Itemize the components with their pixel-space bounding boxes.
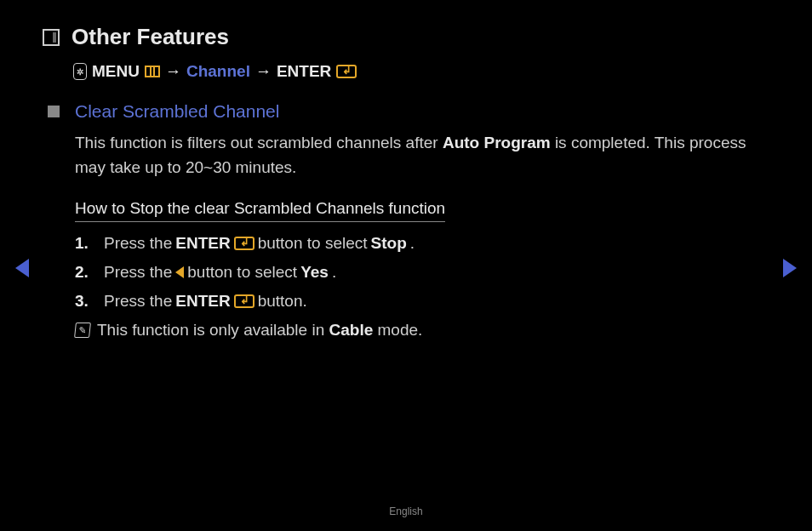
breadcrumb: ✲ MENU → Channel → ENTER bbox=[73, 62, 769, 81]
arrow-icon: → bbox=[255, 62, 272, 81]
breadcrumb-enter: ENTER bbox=[277, 62, 331, 81]
left-arrow-icon bbox=[175, 266, 184, 278]
chevron-right-icon bbox=[783, 259, 797, 277]
menu-grid-icon bbox=[145, 66, 160, 77]
breadcrumb-channel: Channel bbox=[186, 62, 250, 81]
breadcrumb-menu: MENU bbox=[92, 62, 140, 81]
enter-icon bbox=[336, 65, 357, 78]
prev-page-button[interactable] bbox=[15, 259, 29, 277]
arrow-icon: → bbox=[165, 62, 181, 81]
steps-list: 1. Press the ENTER button to select Stop… bbox=[75, 234, 769, 311]
remote-icon: ✲ bbox=[73, 63, 87, 80]
square-bullet-icon bbox=[48, 106, 60, 117]
note-icon: ✎ bbox=[74, 323, 91, 338]
subheading: How to Stop the clear Scrambled Channels… bbox=[75, 199, 445, 222]
step-3: 3. Press the ENTER button. bbox=[75, 292, 769, 311]
book-icon bbox=[43, 29, 60, 46]
footer-language: English bbox=[0, 505, 812, 517]
section-heading: Clear Scrambled Channel bbox=[75, 101, 279, 122]
page-title: Other Features bbox=[71, 24, 229, 50]
next-page-button[interactable] bbox=[783, 259, 797, 277]
enter-icon bbox=[234, 237, 254, 250]
enter-icon bbox=[234, 294, 254, 308]
step-2: 2. Press the button to select Yes. bbox=[75, 263, 769, 282]
section-description: This function is filters out scrambled c… bbox=[75, 130, 769, 180]
step-1: 1. Press the ENTER button to select Stop… bbox=[75, 234, 769, 253]
auto-program-link: Auto Program bbox=[443, 134, 551, 151]
note: ✎ This function is only available in Cab… bbox=[75, 321, 769, 340]
chevron-left-icon bbox=[15, 259, 29, 277]
